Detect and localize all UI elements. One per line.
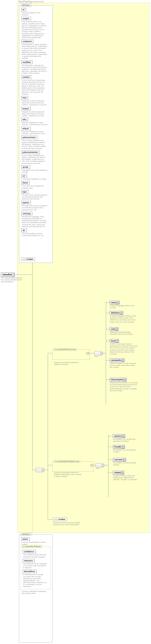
attr-group-label: grp:quantifyAttributes xyxy=(21,545,42,548)
cardinality: 0..∞ xyxy=(95,356,98,358)
attr-desc: If the property value is not defined, sp… xyxy=(21,21,47,38)
expand-icon[interactable]: + xyxy=(116,302,119,304)
group-desc: A group of properties required to define… xyxy=(54,362,83,366)
sequence-icon[interactable]: − xyxy=(96,463,103,468)
attr-desc: A free-text value assigned as property v… xyxy=(21,185,47,189)
element-desc: A natural language definition of the sem… xyxy=(110,315,138,323)
expand-icon[interactable]: + xyxy=(121,472,123,474)
collapse-icon[interactable]: − xyxy=(102,464,104,466)
attr-name: confidence xyxy=(22,550,36,553)
attr-name: why xyxy=(21,118,28,121)
attr-row: xml:langSpecifies the language of this p… xyxy=(21,212,52,228)
attr-name: idrefs xyxy=(21,538,30,541)
attr-desc: Specifies the language of this property … xyxy=(21,216,47,228)
attr-desc: The confidence with which the metadata h… xyxy=(22,554,47,558)
collapse-icon[interactable]: − xyxy=(42,469,44,471)
attr-row: relevanceThe relevance of the metadata t… xyxy=(22,559,50,569)
attr-desc: If the attribute is empty, specifies whi… xyxy=(21,44,47,60)
attr-name: uri xyxy=(21,174,27,178)
cardinality: 0..∞ xyxy=(96,468,100,470)
attr-row: howuriIndicates by which means the value… xyxy=(21,107,52,117)
sequence-icon[interactable]: − xyxy=(94,351,102,356)
collapse-icon[interactable]: − xyxy=(100,352,103,354)
element-facet[interactable]: facet+ xyxy=(110,339,119,342)
attr-row: creatoruriIf the attribute is empty, spe… xyxy=(21,40,52,60)
collapse-icon[interactable]: − xyxy=(91,464,93,466)
attr-row: idThe local identifier of the property. xyxy=(21,8,52,16)
attr-name: derivedfrom xyxy=(22,570,37,573)
attr-desc: A qualified code which identifies a conc… xyxy=(21,169,47,173)
element-desc: A link to an item or a web resource whic… xyxy=(110,362,138,368)
element-desc: In NAR 1.8 and later: facet is deprecate… xyxy=(110,343,138,355)
element-sameas[interactable]: sameAs+ xyxy=(113,434,125,438)
attr-desc: One or many constraints that apply to pu… xyxy=(21,154,47,164)
group-concept-definition[interactable]: ConceptDefinitionGroup A group of proper… xyxy=(52,350,90,360)
element-name[interactable]: name+ xyxy=(110,301,119,304)
attr-desc: The relevance of the metadata to the new… xyxy=(22,563,47,569)
expand-icon[interactable]: + xyxy=(121,359,124,362)
element-desc: A related concept, where the relationshi… xyxy=(113,475,141,481)
attr-name: relevance xyxy=(22,559,35,562)
attr-row: howIndicates by which means the value wa… xyxy=(21,96,52,106)
sequence-icon[interactable]: − xyxy=(36,468,43,472)
attr-desc: Indicates by which means the value was e… xyxy=(21,100,47,106)
element-desc: An identifier of a more specific concept… xyxy=(113,462,141,466)
attr-name: dir xyxy=(21,229,27,232)
attr-name: id xyxy=(21,8,26,12)
expand-icon[interactable]: + xyxy=(122,446,124,448)
attr-desc: Indicates by which means the value was e… xyxy=(21,111,47,117)
expand-icon[interactable]: + xyxy=(120,312,122,314)
attr-row: idrefs A set of local identifiers of inl… xyxy=(21,538,52,545)
group-concept-relationships[interactable]: ConceptRelationshipsGroup A group of pro… xyxy=(52,462,94,472)
attr-name: custom xyxy=(21,75,31,79)
attr-name: creator xyxy=(21,17,31,20)
element-desc: An identifier of a more generic concept. xyxy=(113,449,141,453)
collapse-icon[interactable]: − xyxy=(12,274,14,276)
expand-icon[interactable]: + xyxy=(123,459,125,461)
attr-name: how xyxy=(21,96,28,100)
expand-icon[interactable]: + xyxy=(116,340,118,342)
attr-desc: The directionality of textual content (e… xyxy=(21,232,47,236)
element-hierarchyinfo[interactable]: hierarchyInfo+ xyxy=(110,378,127,381)
any-element: any ##other xyxy=(53,518,67,521)
element-broader[interactable]: broader+ xyxy=(113,445,125,448)
attr-name: modified xyxy=(21,60,32,64)
group-desc: A group of properties required to indica… xyxy=(54,472,83,477)
attr-group-quantify: grp:quantifyAttributes confidenceThe con… xyxy=(21,546,51,589)
attr-desc: The date (and, optionally, the time) whe… xyxy=(21,64,47,74)
attr-name: xml:lang xyxy=(21,212,32,215)
attr-desc: A set of local identifiers of inline con… xyxy=(21,541,47,545)
attr-row: pubconstraintOne or many constraints tha… xyxy=(21,136,52,150)
type-header: Flex1PropType (extension) xyxy=(18,0,44,3)
element-remoteinfo[interactable]: remoteInfo+ xyxy=(110,358,124,362)
attr-desc: The local identifier of the property. xyxy=(21,12,47,16)
attr-desc: The type of the concept assigned as cont… xyxy=(21,194,47,200)
collapse-icon[interactable]: − xyxy=(87,352,89,354)
element-narrower[interactable]: narrower+ xyxy=(113,458,126,462)
root-element[interactable]: inlineRef− xyxy=(1,272,15,277)
attr-name: typeuri xyxy=(21,201,31,204)
element-definition[interactable]: definition+ xyxy=(110,311,123,314)
attr-row: pubconstrainturiOne or many constraints … xyxy=(21,150,52,164)
attr-row: derivedfromA reference to the concept fr… xyxy=(22,570,50,587)
attr-name: whyuri xyxy=(21,127,30,130)
element-note[interactable]: note+ xyxy=(110,327,118,331)
attr-row: customIf set to true the corresponding p… xyxy=(21,75,52,95)
attr-desc: A reference to the concept from which th… xyxy=(22,574,47,587)
element-desc: A natural language name for the concept. xyxy=(110,305,138,308)
group-title: ConceptRelationshipsGroup xyxy=(54,460,80,463)
attr-name: creatoruri xyxy=(21,40,33,43)
element-related[interactable]: related+ xyxy=(113,471,124,474)
attr-row: typeThe type of the concept assigned as … xyxy=(21,190,52,200)
expand-icon[interactable]: + xyxy=(124,379,126,381)
expand-icon[interactable]: + xyxy=(115,328,118,330)
connector xyxy=(15,274,32,275)
attr-name: howuri xyxy=(21,107,31,110)
attributes-section-2: attributes idrefs A set of local identif… xyxy=(19,534,53,642)
expand-icon[interactable]: + xyxy=(122,435,124,438)
root-desc: The concept represented by the content i… xyxy=(1,277,23,283)
element-desc: Represents the position of a concept in … xyxy=(110,382,138,392)
attributes-section: attributes idThe local identifier of the… xyxy=(19,6,53,263)
attr-name: pubconstraint xyxy=(21,136,37,139)
attr-name: qcode xyxy=(21,165,30,169)
